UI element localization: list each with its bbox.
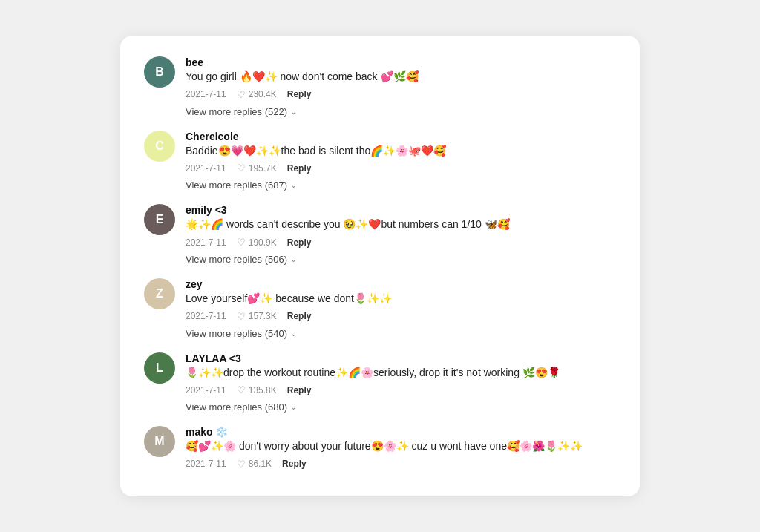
comments-card: BbeeYou go girll 🔥❤️✨ now don't come bac… [120, 36, 640, 496]
like-button[interactable]: ♡190.9K [237, 237, 277, 248]
username: Cherelcole [186, 131, 616, 142]
username: emily <3 [186, 204, 616, 216]
comment-text: 🌷✨✨drop the workout routine✨🌈🌸seriously,… [186, 366, 616, 381]
view-replies-label: View more replies (522) [186, 106, 287, 117]
view-replies-button[interactable]: View more replies (680)⌄ [186, 401, 616, 413]
view-replies-label: View more replies (506) [186, 254, 287, 265]
comment-body: LAYLAA <3🌷✨✨drop the workout routine✨🌈🌸s… [186, 352, 616, 396]
comment-meta: 2021-7-11♡135.8KReply [186, 384, 616, 395]
heart-icon: ♡ [237, 89, 246, 100]
comment-text: 🥰💕✨🌸 don't worry about your future😍🌸✨ cu… [186, 439, 616, 454]
heart-icon: ♡ [237, 459, 246, 470]
comment-text: Baddie😍💗❤️✨✨the bad is silent tho🌈✨🌸🐙❤️🥰 [186, 144, 616, 159]
chevron-down-icon: ⌄ [290, 329, 297, 338]
reply-button[interactable]: Reply [287, 385, 312, 395]
avatar: M [144, 426, 175, 457]
likes-count: 195.7K [249, 163, 277, 174]
comment-text: 🌟✨🌈 words can't describe you 🥹✨❤️but num… [186, 217, 616, 232]
heart-icon: ♡ [237, 237, 246, 248]
heart-icon: ♡ [237, 311, 246, 322]
like-button[interactable]: ♡195.7K [237, 162, 277, 174]
view-replies-button[interactable]: View more replies (506)⌄ [186, 254, 616, 265]
comment-block: BbeeYou go girll 🔥❤️✨ now don't come bac… [144, 56, 616, 117]
comment-row: ZzeyLove yourself💕✨ because we dont🌷✨✨20… [144, 278, 616, 322]
comment-row: BbeeYou go girll 🔥❤️✨ now don't come bac… [144, 56, 616, 100]
view-replies-label: View more replies (687) [186, 180, 287, 191]
reply-button[interactable]: Reply [287, 237, 312, 248]
comment-list: BbeeYou go girll 🔥❤️✨ now don't come bac… [144, 56, 616, 470]
heart-icon: ♡ [237, 384, 246, 395]
chevron-down-icon: ⌄ [290, 254, 297, 264]
chevron-down-icon: ⌄ [290, 402, 297, 412]
comment-date: 2021-7-11 [186, 163, 226, 174]
comment-block: CCherelcoleBaddie😍💗❤️✨✨the bad is silent… [144, 131, 616, 191]
like-button[interactable]: ♡157.3K [237, 311, 277, 322]
comment-meta: 2021-7-11♡195.7KReply [186, 162, 616, 174]
comment-date: 2021-7-11 [186, 385, 226, 395]
reply-button[interactable]: Reply [287, 311, 312, 321]
comment-row: Eemily <3🌟✨🌈 words can't describe you 🥹✨… [144, 204, 616, 248]
reply-button[interactable]: Reply [282, 459, 307, 469]
comment-meta: 2021-7-11♡157.3KReply [186, 311, 616, 322]
likes-count: 230.4K [249, 89, 277, 99]
comment-meta: 2021-7-11♡86.1KReply [186, 459, 616, 470]
comment-date: 2021-7-11 [186, 89, 226, 99]
comment-text: Love yourself💕✨ because we dont🌷✨✨ [186, 292, 616, 306]
likes-count: 157.3K [249, 311, 277, 321]
avatar: B [144, 56, 175, 88]
comment-block: ZzeyLove yourself💕✨ because we dont🌷✨✨20… [144, 278, 616, 339]
like-button[interactable]: ♡230.4K [237, 89, 277, 100]
comment-body: beeYou go girll 🔥❤️✨ now don't come back… [186, 56, 616, 100]
comment-row: CCherelcoleBaddie😍💗❤️✨✨the bad is silent… [144, 131, 616, 174]
comment-row: LLAYLAA <3🌷✨✨drop the workout routine✨🌈🌸… [144, 352, 616, 396]
comment-block: LLAYLAA <3🌷✨✨drop the workout routine✨🌈🌸… [144, 352, 616, 413]
comment-meta: 2021-7-11♡230.4KReply [186, 89, 616, 100]
view-replies-label: View more replies (540) [186, 328, 287, 339]
comment-block: Mmako ❄️🥰💕✨🌸 don't worry about your futu… [144, 426, 616, 470]
comment-body: emily <3🌟✨🌈 words can't describe you 🥹✨❤… [186, 204, 616, 248]
comment-block: Eemily <3🌟✨🌈 words can't describe you 🥹✨… [144, 204, 616, 265]
comment-body: CherelcoleBaddie😍💗❤️✨✨the bad is silent … [186, 131, 616, 174]
likes-count: 86.1K [249, 459, 272, 469]
avatar: Z [144, 278, 175, 309]
like-button[interactable]: ♡135.8K [237, 384, 277, 395]
comment-text: You go girll 🔥❤️✨ now don't come back 💕🌿… [186, 70, 616, 85]
username: zey [186, 278, 616, 290]
comment-date: 2021-7-11 [186, 237, 226, 248]
comment-meta: 2021-7-11♡190.9KReply [186, 237, 616, 248]
avatar: L [144, 352, 175, 384]
avatar: C [144, 131, 175, 162]
chevron-down-icon: ⌄ [290, 107, 297, 116]
comment-row: Mmako ❄️🥰💕✨🌸 don't worry about your futu… [144, 426, 616, 470]
username: bee [186, 56, 616, 68]
view-replies-button[interactable]: View more replies (540)⌄ [186, 328, 616, 339]
comment-date: 2021-7-11 [186, 311, 226, 321]
likes-count: 135.8K [249, 385, 277, 395]
avatar: E [144, 204, 175, 235]
comment-body: zeyLove yourself💕✨ because we dont🌷✨✨202… [186, 278, 616, 322]
comment-body: mako ❄️🥰💕✨🌸 don't worry about your futur… [186, 426, 616, 470]
heart-icon: ♡ [237, 162, 246, 174]
view-replies-label: View more replies (680) [186, 401, 287, 413]
like-button[interactable]: ♡86.1K [237, 459, 272, 470]
username: mako ❄️ [186, 426, 616, 438]
view-replies-button[interactable]: View more replies (522)⌄ [186, 106, 616, 117]
username: LAYLAA <3 [186, 352, 616, 364]
view-replies-button[interactable]: View more replies (687)⌄ [186, 180, 616, 191]
comment-date: 2021-7-11 [186, 459, 226, 469]
chevron-down-icon: ⌄ [290, 180, 297, 190]
likes-count: 190.9K [249, 237, 277, 248]
reply-button[interactable]: Reply [287, 163, 312, 174]
reply-button[interactable]: Reply [287, 89, 312, 99]
